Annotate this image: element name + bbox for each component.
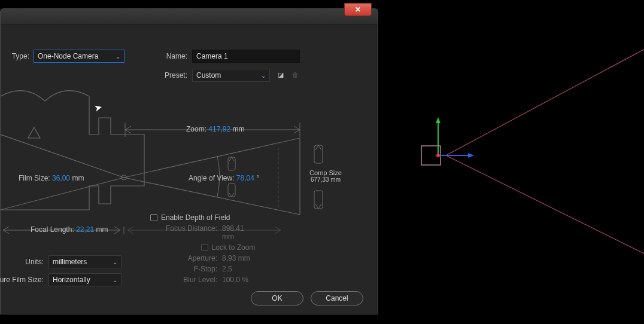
- 3d-viewport[interactable]: [378, 8, 644, 324]
- name-input[interactable]: Camera 1: [192, 50, 300, 63]
- ok-button[interactable]: OK: [251, 291, 303, 305]
- delete-preset-icon: 🗑: [290, 70, 300, 80]
- svg-rect-24: [228, 157, 235, 170]
- units-label: Units:: [13, 258, 44, 266]
- svg-marker-6: [468, 153, 474, 158]
- film-size-value[interactable]: 36,00: [52, 174, 70, 182]
- lock-zoom-checkbox: [201, 244, 208, 251]
- close-button[interactable]: ✕: [344, 3, 372, 16]
- type-select[interactable]: One-Node Camera ⌄: [34, 50, 124, 63]
- lock-zoom-label: Lock to Zoom: [212, 243, 256, 252]
- svg-line-12: [124, 138, 300, 178]
- svg-line-13: [124, 178, 300, 215]
- chevron-down-icon: ⌄: [116, 53, 120, 60]
- comp-size-label: Comp Size: [305, 169, 347, 176]
- measure-film-size-select[interactable]: Horizontally ⌄: [48, 273, 121, 286]
- angle-label: Angle of View:: [189, 174, 235, 182]
- focal-label: Focal Length:: [31, 225, 74, 234]
- type-value: One-Node Camera: [38, 52, 98, 60]
- aperture-label: Aperture:: [151, 254, 217, 262]
- close-icon: ✕: [355, 5, 361, 14]
- svg-point-7: [436, 154, 440, 157]
- zoom-unit: mm: [232, 125, 244, 133]
- focal-value[interactable]: 22,21: [76, 225, 94, 234]
- units-value: millimeters: [53, 258, 87, 266]
- angle-value[interactable]: 78,04: [236, 174, 254, 182]
- camera-settings-dialog: ✕ Type: One-Node Camera ⌄ Name: Camera 1…: [0, 8, 378, 314]
- measure-film-size-label: asure Film Size:: [0, 276, 44, 284]
- camera-diagram: Zoom: 417,92 mm Film Size: 36,00 mm Angl…: [1, 90, 366, 228]
- measure-film-size-value: Horizontally: [53, 276, 90, 284]
- svg-line-1: [446, 155, 644, 258]
- lock-zoom-row: Lock to Zoom: [150, 243, 306, 252]
- aperture-value: 8,93 mm: [222, 254, 258, 262]
- svg-line-0: [446, 44, 644, 155]
- fstop-label: F-Stop:: [151, 265, 217, 273]
- enable-dof-row[interactable]: Enable Depth of Field: [150, 213, 306, 222]
- film-size-unit: mm: [72, 174, 84, 182]
- chevron-down-icon: ⌄: [113, 259, 117, 265]
- svg-line-10: [1, 178, 124, 210]
- preset-value: Custom: [196, 71, 221, 80]
- comp-size-value: 677,33 mm: [305, 176, 347, 183]
- dialog-titlebar[interactable]: ✕: [1, 9, 378, 25]
- save-preset-icon[interactable]: ◪: [276, 70, 285, 80]
- preset-select[interactable]: Custom ⌄: [192, 69, 270, 82]
- svg-line-9: [1, 135, 124, 178]
- zoom-value[interactable]: 417,92: [208, 125, 230, 133]
- svg-rect-19: [314, 191, 323, 209]
- focus-distance-value: 898,41 mm: [222, 224, 258, 241]
- chevron-down-icon: ⌄: [113, 277, 117, 283]
- units-select[interactable]: millimeters ⌄: [48, 255, 121, 268]
- chevron-down-icon: ⌄: [261, 72, 266, 79]
- preset-label: Preset:: [161, 71, 187, 80]
- svg-marker-4: [436, 117, 441, 123]
- angle-unit: °: [256, 174, 259, 182]
- zoom-label: Zoom:: [186, 125, 206, 133]
- blur-value: 100,0 %: [222, 276, 258, 284]
- cancel-button[interactable]: Cancel: [311, 291, 363, 305]
- blur-label: Blur Level:: [151, 276, 217, 284]
- fstop-value: 2,5: [222, 265, 258, 273]
- name-label: Name:: [163, 52, 187, 60]
- svg-marker-8: [28, 127, 40, 138]
- enable-dof-label: Enable Depth of Field: [161, 213, 230, 222]
- focus-distance-label: Focus Distance:: [151, 224, 217, 241]
- enable-dof-checkbox[interactable]: [150, 214, 157, 221]
- type-label: Type:: [3, 52, 29, 60]
- film-size-label: Film Size:: [19, 174, 50, 182]
- focal-unit: mm: [96, 225, 108, 234]
- svg-rect-25: [228, 184, 235, 197]
- svg-rect-18: [314, 145, 323, 163]
